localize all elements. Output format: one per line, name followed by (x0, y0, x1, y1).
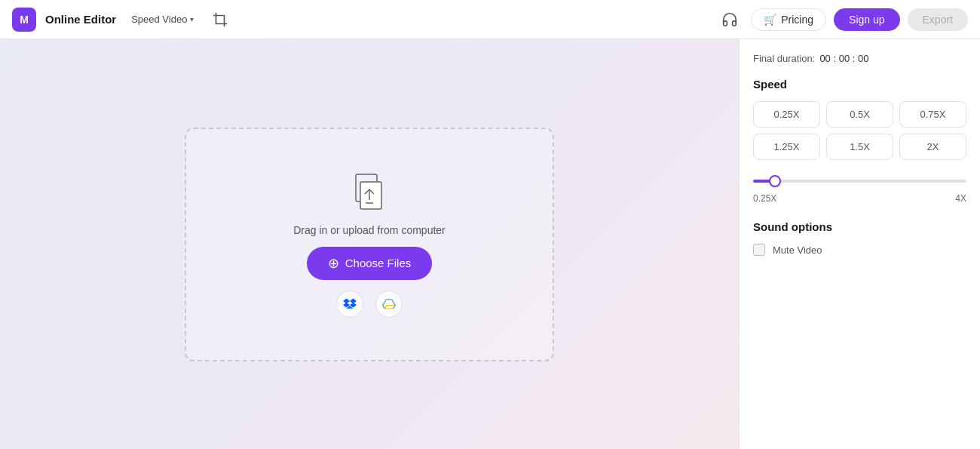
support-icon-button[interactable] (716, 6, 743, 33)
right-panel: Final duration: 00 : 00 : 00 Speed 0.25X… (739, 39, 980, 449)
chevron-down-icon: ▾ (190, 15, 194, 23)
speed-125x[interactable]: 1.25X (753, 134, 820, 160)
logo-mark: M (12, 8, 36, 32)
mute-video-row: Mute Video (753, 244, 966, 256)
duration-time: 00 : 00 : 00 (819, 53, 868, 64)
speed-video-dropdown[interactable]: Speed Video ▾ (125, 11, 200, 28)
plus-icon: ⊕ (328, 255, 339, 272)
crop-icon-button[interactable] (209, 8, 231, 31)
cart-icon: 🛒 (764, 14, 776, 26)
final-duration-row: Final duration: 00 : 00 : 00 (753, 53, 966, 64)
drag-text: Drag in or upload from computer (293, 224, 446, 236)
speed-range-labels: 0.25X 4X (753, 193, 966, 204)
choose-files-button[interactable]: ⊕ Choose Files (307, 247, 433, 280)
sound-options-title: Sound options (753, 220, 966, 233)
upload-icon (350, 171, 389, 214)
signup-label: Sign up (849, 14, 884, 26)
speed-slider[interactable] (753, 180, 966, 183)
header-right: 🛒 Pricing Sign up Export (716, 6, 968, 33)
speed-15x[interactable]: 1.5X (826, 134, 893, 160)
main-layout: Drag in or upload from computer ⊕ Choose… (0, 39, 980, 449)
signup-button[interactable]: Sign up (834, 8, 899, 31)
speed-slider-container (753, 172, 966, 186)
dropbox-button[interactable] (336, 291, 363, 318)
speed-075x[interactable]: 0.75X (899, 101, 966, 128)
choose-files-label: Choose Files (345, 257, 412, 269)
canvas-area: Drag in or upload from computer ⊕ Choose… (0, 39, 739, 449)
export-label: Export (923, 14, 953, 26)
tool-label: Speed Video (131, 14, 187, 25)
speed-025x[interactable]: 0.25X (753, 101, 820, 128)
mute-video-label: Mute Video (773, 244, 822, 256)
pricing-button[interactable]: 🛒 Pricing (751, 8, 826, 31)
final-duration-label: Final duration: (753, 53, 815, 64)
speed-title: Speed (753, 78, 966, 91)
cloud-icons (336, 291, 403, 318)
upload-box: Drag in or upload from computer ⊕ Choose… (185, 128, 554, 361)
speed-2x[interactable]: 2X (899, 134, 966, 160)
svg-rect-1 (360, 182, 381, 209)
app-title: Online Editor (45, 13, 116, 26)
pricing-label: Pricing (781, 14, 813, 26)
mute-video-checkbox[interactable] (753, 244, 765, 256)
speed-grid: 0.25X 0.5X 0.75X 1.25X 1.5X 2X (753, 101, 966, 160)
speed-max-label: 4X (955, 193, 966, 204)
header: M Online Editor Speed Video ▾ 🛒 Pricing … (0, 0, 980, 39)
sound-section: Sound options Mute Video (753, 220, 966, 256)
speed-05x[interactable]: 0.5X (826, 101, 893, 128)
speed-min-label: 0.25X (753, 193, 776, 204)
google-drive-button[interactable] (375, 291, 403, 318)
logo-letter: M (20, 14, 29, 26)
export-button: Export (908, 8, 968, 31)
